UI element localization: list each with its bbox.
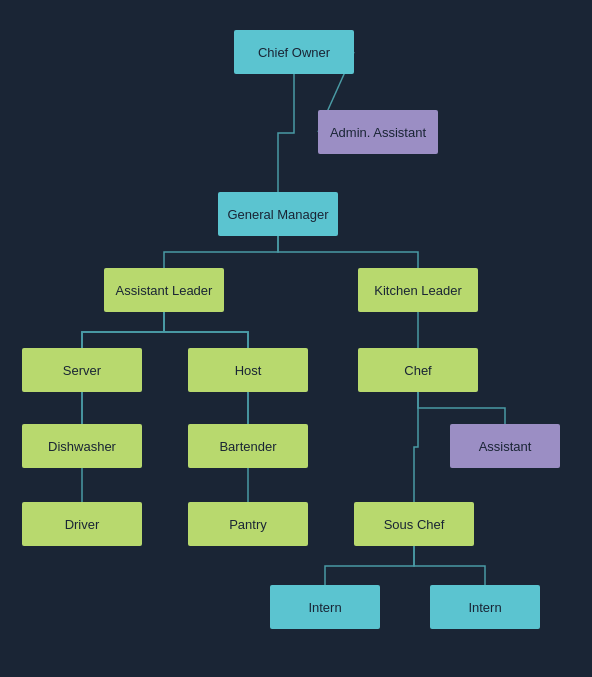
node-sous-chef: Sous Chef [354, 502, 474, 546]
node-host: Host [188, 348, 308, 392]
node-assistant: Assistant [450, 424, 560, 468]
connectors-svg [0, 0, 592, 677]
node-chef: Chef [358, 348, 478, 392]
node-bartender: Bartender [188, 424, 308, 468]
node-pantry: Pantry [188, 502, 308, 546]
node-server: Server [22, 348, 142, 392]
node-chief-owner: Chief Owner [234, 30, 354, 74]
node-kitchen-leader: Kitchen Leader [358, 268, 478, 312]
node-assistant-leader: Assistant Leader [104, 268, 224, 312]
node-driver: Driver [22, 502, 142, 546]
node-intern1: Intern [270, 585, 380, 629]
node-dishwasher: Dishwasher [22, 424, 142, 468]
node-general-manager: General Manager [218, 192, 338, 236]
node-admin-assistant: Admin. Assistant [318, 110, 438, 154]
node-intern2: Intern [430, 585, 540, 629]
org-chart: Chief OwnerAdmin. AssistantGeneral Manag… [0, 0, 592, 677]
